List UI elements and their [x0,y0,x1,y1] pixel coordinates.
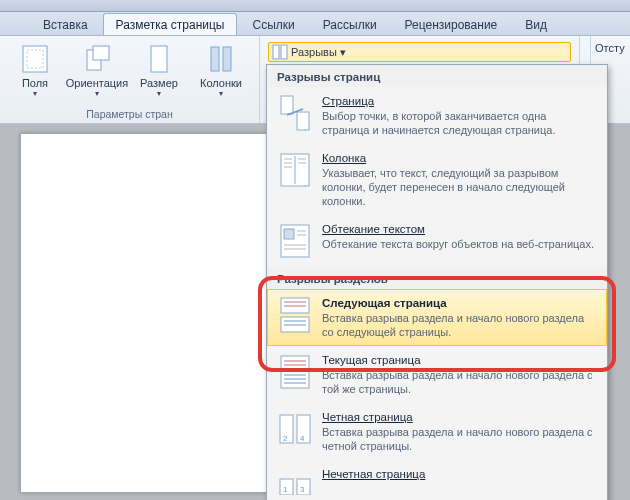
size-button[interactable]: Размер ▾ [130,40,188,106]
svg-text:1: 1 [283,485,288,494]
continuous-break-icon [278,353,312,391]
break-next-page-item[interactable]: Следующая страница Вставка разрыва разде… [267,289,607,346]
break-page-item[interactable]: Страница Выбор точки, в которой заканчив… [267,87,607,144]
columns-button[interactable]: Колонки ▾ [192,40,250,106]
svg-rect-10 [297,112,309,130]
size-label: Размер [140,77,178,89]
caret-icon: ▾ [340,46,346,59]
svg-rect-6 [223,47,231,71]
svg-text:2: 2 [283,434,288,443]
textwrap-break-icon [278,222,312,260]
ribbon-tabs: Вставка Разметка страницы Ссылки Рассылк… [0,12,630,36]
tab-view[interactable]: Вид [512,13,560,35]
caret-icon: ▾ [157,89,161,98]
svg-text:4: 4 [300,434,305,443]
break-even-page-item[interactable]: 24 Четная страница Вставка разрыва разде… [267,403,607,460]
break-column-item[interactable]: Колонка Указывает, что текст, следующий … [267,144,607,215]
caret-icon: ▾ [95,89,99,98]
svg-text:3: 3 [300,485,305,494]
dropdown-header-section-breaks: Разрывы разделов [267,267,607,289]
break-textwrap-desc: Обтекание текста вокруг объектов на веб-… [322,237,596,251]
columns-icon [205,43,237,75]
break-column-title: Колонка [322,152,596,164]
orientation-button[interactable]: Ориентация ▾ [68,40,126,106]
caret-icon: ▾ [219,89,223,98]
break-even-page-desc: Вставка разрыва раздела и начало нового … [322,425,596,453]
break-textwrap-item[interactable]: Обтекание текстом Обтекание текста вокру… [267,215,607,267]
tab-references[interactable]: Ссылки [239,13,307,35]
break-continuous-title: Текущая страница [322,354,596,366]
breaks-dropdown: Разрывы страниц Страница Выбор точки, в … [266,64,608,500]
svg-rect-7 [273,45,279,59]
tab-review[interactable]: Рецензирование [392,13,511,35]
break-next-page-title: Следующая страница [322,297,596,309]
breaks-label: Разрывы [291,46,337,58]
column-break-icon [278,151,312,189]
break-odd-page-title: Нечетная страница [322,468,596,480]
svg-rect-5 [211,47,219,71]
orientation-label: Ориентация [66,77,128,89]
break-page-title: Страница [322,95,596,107]
tab-mailings[interactable]: Рассылки [310,13,390,35]
dropdown-header-page-breaks: Разрывы страниц [267,65,607,87]
svg-rect-19 [284,229,294,239]
tab-insert[interactable]: Вставка [30,13,101,35]
break-page-desc: Выбор точки, в которой заканчивается одн… [322,109,596,137]
svg-rect-9 [281,96,293,114]
svg-rect-3 [93,46,109,60]
odd-page-break-icon: 13 [278,467,312,500]
page-break-icon [278,94,312,132]
break-continuous-item[interactable]: Текущая страница Вставка разрыва раздела… [267,346,607,403]
group-page-setup-caption: Параметры стран [6,106,253,121]
document-canvas[interactable] [20,133,275,493]
margins-icon [19,43,51,75]
size-icon [143,43,175,75]
breaks-icon [272,44,288,60]
breaks-button[interactable]: Разрывы ▾ [268,42,571,62]
svg-rect-8 [281,45,287,59]
window-titlebar [0,0,630,12]
columns-label: Колонки [200,77,242,89]
orientation-icon [81,43,113,75]
margins-button[interactable]: Поля ▾ [6,40,64,106]
break-next-page-desc: Вставка разрыва раздела и начало нового … [322,311,596,339]
caret-icon: ▾ [33,89,37,98]
break-odd-page-item[interactable]: 13 Нечетная страница [267,460,607,500]
next-page-break-icon [278,296,312,334]
tab-page-layout[interactable]: Разметка страницы [103,13,238,35]
break-textwrap-title: Обтекание текстом [322,223,596,235]
break-continuous-desc: Вставка разрыва раздела и начало нового … [322,368,596,396]
svg-rect-4 [151,46,167,72]
even-page-break-icon: 24 [278,410,312,448]
break-column-desc: Указывает, что текст, следующий за разры… [322,166,596,208]
margins-label: Поля [22,77,48,89]
break-even-page-title: Четная страница [322,411,596,423]
